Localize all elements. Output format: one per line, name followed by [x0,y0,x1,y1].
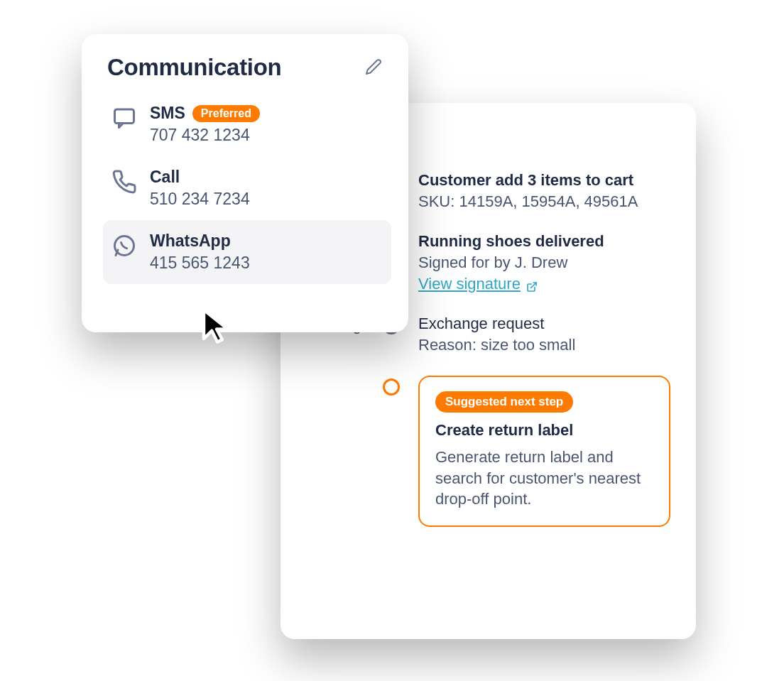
activity-item-subtitle: Signed for by J. Drew [418,254,670,272]
communication-item-value: 707 432 1234 [150,126,260,145]
communication-header: Communication [103,54,391,85]
communication-title: Communication [107,54,281,81]
svg-rect-0 [115,109,134,124]
status-next-icon [383,378,400,396]
pencil-icon [365,58,382,77]
communication-item-value: 415 565 1243 [150,254,250,273]
suggestion-badge: Suggested next step [435,391,573,413]
suggestion-description: Generate return label and search for cus… [435,447,653,510]
view-signature-link[interactable]: View signature [418,275,538,293]
communication-item-whatsapp[interactable]: WhatsApp 415 565 1243 [103,220,391,284]
message-icon [111,105,137,131]
external-link-icon [526,278,538,290]
edit-button[interactable] [361,55,386,80]
phone-icon [111,169,137,195]
activity-item-title: Running shoes delivered [418,232,670,251]
activity-item-title: Exchange request [418,315,670,333]
preferred-badge: Preferred [192,105,260,122]
activity-item-suggestion: Suggested next step Create return label … [306,376,670,527]
communication-list: SMS Preferred 707 432 1234 Call 510 234 … [103,92,391,284]
activity-item-title: Customer add 3 items to cart [418,171,670,190]
communication-item-label: SMS [150,104,185,123]
svg-line-2 [531,283,536,288]
activity-item-subtitle: SKU: 14159A, 15954A, 49561A [418,192,670,211]
communication-item-sms[interactable]: SMS Preferred 707 432 1234 [103,92,391,156]
suggestion-title: Create return label [435,421,653,440]
communication-item-value: 510 234 7234 [150,190,250,209]
suggestion-card[interactable]: Suggested next step Create return label … [418,376,670,527]
communication-item-label: Call [150,168,180,187]
communication-item-label: WhatsApp [150,231,231,251]
whatsapp-icon [111,233,137,258]
communication-item-call[interactable]: Call 510 234 7234 [103,156,391,220]
communication-card: Communication SMS Preferred 707 43 [82,34,408,332]
link-label: View signature [418,275,521,293]
activity-item-subtitle: Reason: size too small [418,336,670,354]
